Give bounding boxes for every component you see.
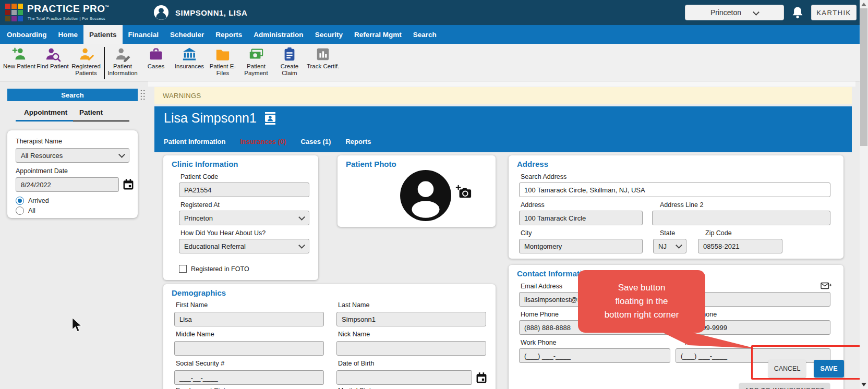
user-menu-button[interactable]: KARTHIK: [811, 5, 857, 20]
toolbar-find-patient[interactable]: Find Patient: [36, 46, 69, 70]
toolbar-label: Track Certif.: [307, 63, 339, 70]
sidebar-search-header[interactable]: Search: [7, 89, 138, 101]
patient-code-label: Patient Code: [180, 173, 218, 180]
hear-about-select[interactable]: Educational Referral: [179, 239, 309, 253]
chevron-down-icon: [298, 242, 305, 249]
nav-item-home[interactable]: Home: [53, 25, 84, 44]
patient-name-row: Lisa Simpsonn1: [164, 111, 276, 126]
patient-code-value: PA21554: [184, 186, 212, 194]
email-plus-icon[interactable]: [821, 282, 832, 290]
nav-item-financial[interactable]: Financial: [123, 25, 165, 44]
toolbar-label: Cases: [148, 63, 165, 70]
person-add-icon: [11, 46, 27, 62]
zip-input[interactable]: 08558-2021: [698, 239, 782, 253]
address-input[interactable]: 100 Tamarack Circle: [519, 211, 643, 225]
logo-square: [11, 10, 17, 15]
registered-in-foto-label: Registered in FOTO: [191, 265, 249, 273]
toolbar-cases[interactable]: Cases: [139, 46, 173, 70]
toolbar-patient-e-files[interactable]: Patient E-Files: [206, 46, 239, 77]
toolbar-patient-payment[interactable]: Patient Payment: [239, 46, 273, 77]
callout-line: floating in the: [615, 295, 668, 308]
home-phone-label: Home Phone: [521, 311, 559, 318]
location-select[interactable]: Princeton: [685, 5, 784, 20]
appointment-date-input[interactable]: 8/24/2022: [16, 177, 119, 192]
nav-item-onboarding[interactable]: Onboarding: [1, 25, 53, 44]
appointment-search-card: Therapist Name All Resources Appointment…: [7, 130, 138, 218]
vertical-scrollbar[interactable]: [860, 0, 868, 389]
nav-item-security[interactable]: Security: [309, 25, 348, 44]
toolbar-label: Patient Payment: [239, 63, 273, 77]
sidebar-tab-appointment[interactable]: Appointment: [24, 108, 67, 116]
logo-square: [18, 16, 23, 21]
search-address-input[interactable]: 100 Tamarack Circle, Skillman, NJ, USA: [519, 183, 830, 197]
scrollbar-thumb[interactable]: [860, 8, 867, 146]
patient-tab-reports[interactable]: Reports: [345, 138, 371, 145]
patient-code-input[interactable]: PA21554: [179, 183, 309, 197]
address-value: 100 Tamarack Circle: [524, 214, 586, 222]
sidebar-tab-patient[interactable]: Patient: [79, 108, 103, 116]
patient-tab-insurances[interactable]: Insurances (0): [240, 138, 286, 145]
city-input[interactable]: Montgomery: [519, 239, 643, 253]
clinic-information-card: Clinic Information Patient Code PA21554 …: [163, 155, 318, 280]
state-value: NJ: [658, 242, 667, 250]
add-to-infusionsoft-button[interactable]: ADD TO INFUSIONSOFT: [739, 383, 830, 389]
marital-status-label: Marital Status: [338, 387, 378, 389]
callout-line: Save button: [618, 281, 666, 295]
appointment-date-value: 8/24/2022: [21, 181, 51, 189]
contact-card-icon[interactable]: [264, 112, 276, 125]
logo-square: [18, 10, 23, 15]
calendar-icon[interactable]: [475, 372, 488, 384]
zip-label: Zip Code: [705, 229, 732, 237]
registered-in-foto-checkbox[interactable]: Registered in FOTO: [179, 265, 249, 273]
therapist-select[interactable]: All Resources: [16, 148, 129, 163]
callout-line: bottom right corner: [605, 308, 679, 322]
add-photo-camera-icon[interactable]: [455, 184, 472, 200]
patient-tab-information[interactable]: Patient Information: [164, 138, 225, 145]
toolbar-create-claim[interactable]: Create Claim: [273, 46, 306, 77]
toolbar-patient-information[interactable]: Patient Information: [106, 46, 139, 77]
scroll-up-icon[interactable]: [861, 3, 866, 6]
nav-item-referral-mgmt[interactable]: Referral Mgmt: [348, 25, 407, 44]
nav-item-administration[interactable]: Administration: [248, 25, 309, 44]
logo-square: [18, 4, 23, 9]
toolbar-new-patient[interactable]: New Patient: [3, 46, 36, 70]
ssn-input[interactable]: ___-__-____: [174, 370, 324, 385]
toolbar-insurances[interactable]: Insurances: [173, 46, 206, 70]
address-line2-input[interactable]: [652, 211, 830, 225]
scroll-down-icon[interactable]: [861, 383, 866, 386]
toolbar-label: Create Claim: [273, 63, 306, 77]
registered-at-select[interactable]: Princeton: [179, 211, 309, 225]
drag-handle-icon[interactable]: [140, 89, 146, 100]
home-phone-value: (888) 888-8888: [524, 324, 571, 332]
notifications-bell-icon[interactable]: [791, 6, 804, 21]
radio-arrived[interactable]: Arrived: [16, 197, 49, 205]
dob-input[interactable]: [336, 370, 472, 385]
middle-name-input[interactable]: [174, 341, 324, 356]
toolbar-registered-patients[interactable]: Registered Patients: [69, 46, 103, 77]
nav-item-search[interactable]: Search: [407, 25, 442, 44]
zip-value: 08558-2021: [703, 242, 739, 250]
mouse-cursor: [71, 317, 85, 333]
nav-item-reports[interactable]: Reports: [210, 25, 248, 44]
first-name-input[interactable]: Lisa: [174, 312, 324, 326]
address-label: Address: [521, 201, 545, 209]
patient-header: Lisa Simpsonn1 Patient Information Insur…: [154, 106, 852, 152]
radio-all[interactable]: All: [16, 206, 35, 215]
toolbar-label: Find Patient: [37, 63, 68, 70]
nav-item-patients[interactable]: Patients: [83, 25, 123, 44]
content-top-gap: [148, 81, 855, 87]
patient-tab-cases[interactable]: Cases (1): [301, 138, 331, 145]
nick-name-input[interactable]: [336, 341, 486, 356]
calendar-icon[interactable]: [122, 178, 135, 191]
warnings-label: WARNINGS: [163, 92, 201, 100]
nav-item-scheduler[interactable]: Scheduler: [164, 25, 210, 44]
warnings-bar[interactable]: WARNINGS: [154, 87, 852, 104]
toolbar-track-certif[interactable]: Track Certif.: [306, 46, 340, 70]
sidebar-search-title: Search: [61, 91, 83, 99]
radio-all-label: All: [28, 207, 35, 214]
state-select[interactable]: NJ: [653, 239, 686, 253]
last-name-label: Last Name: [338, 301, 369, 309]
chevron-down-icon: [753, 9, 760, 16]
last-name-input[interactable]: Simpsonn1: [336, 312, 486, 326]
patient-photo-card: Patient Photo: [337, 155, 496, 227]
